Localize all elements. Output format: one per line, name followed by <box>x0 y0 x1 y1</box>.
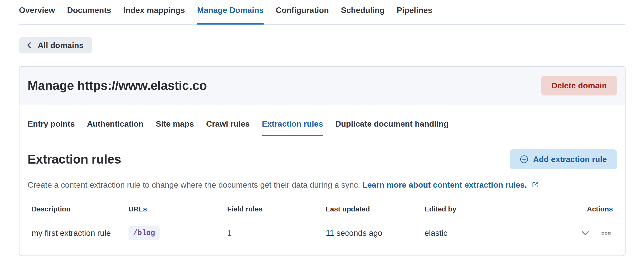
table-row: my first extraction rule /blog 1 11 seco… <box>28 220 617 246</box>
back-button-label: All domains <box>38 41 83 50</box>
tab-site-maps[interactable]: Site maps <box>156 105 194 136</box>
external-link-icon <box>532 180 539 191</box>
field-rules-count-link[interactable]: 1 <box>227 228 232 238</box>
tab-crawl-rules[interactable]: Crawl rules <box>206 105 250 136</box>
tab-duplicate-document-handling[interactable]: Duplicate document handling <box>335 105 448 136</box>
column-header-description: Description <box>28 199 124 220</box>
tab-configuration[interactable]: Configuration <box>276 6 329 24</box>
extraction-rules-section-head: Extraction rules Add extraction rule <box>28 149 617 169</box>
boxes-horizontal-icon <box>601 228 611 238</box>
column-header-last-updated: Last updated <box>322 199 420 220</box>
tab-manage-domains[interactable]: Manage Domains <box>197 6 264 24</box>
chevron-left-icon <box>26 42 33 49</box>
expand-row-button[interactable] <box>581 228 590 238</box>
tab-index-mappings[interactable]: Index mappings <box>123 6 185 24</box>
chevron-down-icon <box>581 228 590 238</box>
column-header-urls: URLs <box>124 199 223 220</box>
rule-description-cell: my first extraction rule <box>28 220 124 246</box>
tab-overview[interactable]: Overview <box>19 6 55 24</box>
tab-scheduling[interactable]: Scheduling <box>341 6 384 24</box>
rule-last-updated-cell: 11 seconds ago <box>322 220 420 246</box>
tab-pipelines[interactable]: Pipelines <box>397 6 433 24</box>
top-nav: Overview Documents Index mappings Manage… <box>19 0 626 25</box>
column-header-field-rules: Field rules <box>223 199 322 220</box>
domain-panel: Manage https://www.elastic.co Delete dom… <box>19 66 626 256</box>
tab-authentication[interactable]: Authentication <box>87 105 144 136</box>
all-domains-back-button[interactable]: All domains <box>19 37 92 53</box>
column-header-edited-by: Edited by <box>420 199 519 220</box>
tab-documents[interactable]: Documents <box>67 6 111 24</box>
row-actions-menu-button[interactable] <box>601 228 611 238</box>
extraction-rules-table: Description URLs Field rules Last update… <box>28 199 617 246</box>
learn-more-link[interactable]: Learn more about content extraction rule… <box>362 180 527 189</box>
page-title: Manage https://www.elastic.co <box>28 77 207 94</box>
tab-entry-points[interactable]: Entry points <box>28 105 75 136</box>
description-text: Create a content extraction rule to chan… <box>28 180 360 189</box>
tab-extraction-rules[interactable]: Extraction rules <box>262 105 323 136</box>
add-button-label: Add extraction rule <box>533 155 607 164</box>
rule-urls-cell: /blog <box>124 220 223 246</box>
rule-actions-cell <box>519 220 617 246</box>
table-header-row: Description URLs Field rules Last update… <box>28 199 617 220</box>
section-description: Create a content extraction rule to chan… <box>28 179 617 191</box>
domain-panel-header: Manage https://www.elastic.co Delete dom… <box>19 67 625 105</box>
plus-in-circle-icon <box>520 155 528 164</box>
rule-field-rules-cell: 1 <box>223 220 322 246</box>
domain-sub-tabs: Entry points Authentication Site maps Cr… <box>28 105 617 136</box>
url-code-badge: /blog <box>128 226 160 240</box>
crawler-domain-page: Overview Documents Index mappings Manage… <box>0 0 644 275</box>
section-title: Extraction rules <box>28 152 121 167</box>
rule-edited-by-cell: elastic <box>420 220 519 246</box>
column-header-actions: Actions <box>519 199 617 220</box>
domain-panel-body: Entry points Authentication Site maps Cr… <box>19 105 625 256</box>
delete-domain-button[interactable]: Delete domain <box>541 76 617 95</box>
add-extraction-rule-button[interactable]: Add extraction rule <box>510 149 617 169</box>
